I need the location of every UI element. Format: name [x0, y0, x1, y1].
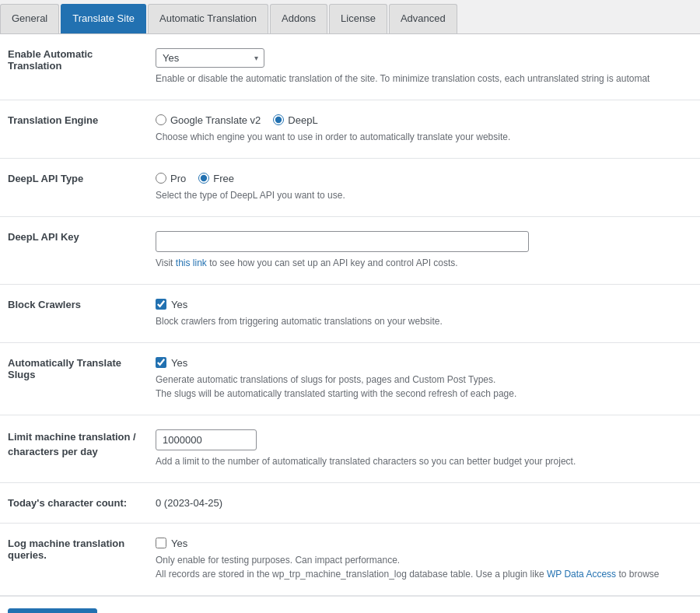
- tab-translate-site[interactable]: Translate Site: [61, 4, 146, 33]
- help-block-crawlers: Block crawlers from triggering automatic…: [156, 314, 692, 328]
- help-log-line2: All records are stored in the wp_trp_mac…: [156, 567, 692, 581]
- tab-addons[interactable]: Addons: [270, 4, 327, 33]
- tab-automatic-translation[interactable]: Automatic Translation: [148, 4, 268, 33]
- row-translation-engine: Translation Engine Google Translate v2 D…: [0, 100, 700, 158]
- checkbox-option-log-translation[interactable]: Yes: [156, 538, 692, 549]
- help-deepl-api-key-suffix: to see how you can set up an API key and…: [207, 257, 458, 268]
- row-auto-translate-slugs: Automatically Translate Slugs Yes Genera…: [0, 342, 700, 415]
- help-deepl-api-type: Select the type of DeepL API you want to…: [156, 188, 692, 202]
- radio-deepl[interactable]: [273, 114, 284, 125]
- settings-page: General Translate Site Automatic Transla…: [0, 0, 700, 613]
- settings-content: Enable Automatic Translation Yes No ▾ En…: [0, 34, 700, 596]
- help-deepl-api-key: Visit this link to see how you can set u…: [156, 256, 692, 270]
- row-log-translation-queries: Log machine translation queries. Yes Onl…: [0, 523, 700, 595]
- control-deepl-api-type: Pro Free Select the type of DeepL API yo…: [156, 158, 700, 216]
- radio-pro[interactable]: [156, 173, 166, 184]
- radio-google-label: Google Translate v2: [170, 114, 261, 126]
- radio-free[interactable]: [198, 173, 209, 184]
- block-crawlers-checkbox[interactable]: [156, 299, 166, 310]
- tab-general[interactable]: General: [0, 4, 59, 33]
- radio-option-google[interactable]: Google Translate v2: [156, 114, 261, 126]
- tab-advanced[interactable]: Advanced: [389, 4, 457, 33]
- radio-option-free[interactable]: Free: [198, 173, 234, 184]
- help-deepl-api-key-link[interactable]: this link: [176, 257, 207, 268]
- help-log-line1: Only enable for testing purposes. Can im…: [156, 553, 692, 567]
- control-block-crawlers: Yes Block crawlers from triggering autom…: [156, 284, 700, 342]
- select-wrap-enable: Yes No ▾: [156, 48, 264, 68]
- help-translation-engine: Choose which engine you want to use in o…: [156, 130, 692, 144]
- label-limit-machine-translation: Limit machine translation / characters p…: [0, 415, 156, 482]
- help-limit-machine-translation: Add a limit to the number of automatical…: [156, 454, 692, 468]
- row-limit-machine-translation: Limit machine translation / characters p…: [0, 415, 700, 482]
- help-log-line2-suffix: to browse: [616, 569, 659, 580]
- auto-translate-slugs-checkbox[interactable]: [156, 357, 166, 368]
- help-auto-translate-slugs: Generate automatic translations of slugs…: [156, 373, 692, 401]
- row-block-crawlers: Block Crawlers Yes Block crawlers from t…: [0, 284, 700, 342]
- radio-pro-label: Pro: [170, 173, 186, 184]
- checkbox-option-block-crawlers[interactable]: Yes: [156, 299, 692, 310]
- control-enable-auto-translation: Yes No ▾ Enable or disable the automatic…: [156, 34, 700, 100]
- label-log-translation-queries: Log machine translation queries.: [0, 523, 156, 595]
- deepl-api-type-radio-group: Pro Free: [156, 173, 692, 184]
- control-auto-translate-slugs: Yes Generate automatic translations of s…: [156, 342, 700, 415]
- control-log-translation-queries: Yes Only enable for testing purposes. Ca…: [156, 523, 700, 595]
- label-block-crawlers: Block Crawlers: [0, 284, 156, 342]
- label-todays-character-count: Today's character count:: [0, 482, 156, 523]
- auto-translate-slugs-checkbox-label: Yes: [171, 357, 187, 369]
- label-deepl-api-key: DeepL API Key: [0, 216, 156, 284]
- control-limit-machine-translation: Add a limit to the number of automatical…: [156, 415, 700, 482]
- row-todays-character-count: Today's character count: 0 (2023-04-25): [0, 482, 700, 523]
- label-enable-auto-translation: Enable Automatic Translation: [0, 34, 156, 100]
- checkbox-option-auto-translate-slugs[interactable]: Yes: [156, 357, 692, 369]
- label-translation-engine: Translation Engine: [0, 100, 156, 158]
- help-log-line2-prefix: All records are stored in the wp_trp_mac…: [156, 569, 547, 580]
- radio-free-label: Free: [213, 173, 234, 184]
- control-deepl-api-key: Visit this link to see how you can set u…: [156, 216, 700, 284]
- radio-option-deepl[interactable]: DeepL: [273, 114, 317, 126]
- help-enable-auto-translation: Enable or disable the automatic translat…: [156, 72, 692, 86]
- save-area: Save Changes: [0, 596, 700, 613]
- log-translation-queries-checkbox[interactable]: [156, 538, 166, 548]
- help-auto-translate-slugs-line1: Generate automatic translations of slugs…: [156, 373, 692, 387]
- translation-engine-radio-group: Google Translate v2 DeepL: [156, 114, 692, 126]
- label-auto-translate-slugs: Automatically Translate Slugs: [0, 342, 156, 415]
- save-changes-button[interactable]: Save Changes: [8, 608, 97, 613]
- settings-table: Enable Automatic Translation Yes No ▾ En…: [0, 34, 700, 596]
- control-translation-engine: Google Translate v2 DeepL Choose which e…: [156, 100, 700, 158]
- tabs-bar: General Translate Site Automatic Transla…: [0, 0, 700, 34]
- radio-option-pro[interactable]: Pro: [156, 173, 186, 184]
- deepl-api-key-input[interactable]: [156, 231, 529, 252]
- help-log-wp-data-access-link[interactable]: WP Data Access: [547, 569, 616, 580]
- enable-auto-translation-select[interactable]: Yes No: [156, 48, 264, 68]
- help-deepl-api-key-prefix: Visit: [156, 257, 176, 268]
- radio-google[interactable]: [156, 114, 166, 125]
- limit-machine-translation-input[interactable]: [156, 429, 257, 450]
- log-translation-queries-checkbox-label: Yes: [171, 538, 187, 549]
- radio-deepl-label: DeepL: [288, 114, 317, 126]
- tab-license[interactable]: License: [329, 4, 387, 33]
- value-todays-character-count: 0 (2023-04-25): [156, 482, 700, 523]
- row-deepl-api-key: DeepL API Key Visit this link to see how…: [0, 216, 700, 284]
- row-deepl-api-type: DeepL API Type Pro Free S: [0, 158, 700, 216]
- label-deepl-api-type: DeepL API Type: [0, 158, 156, 216]
- help-log-translation-queries: Only enable for testing purposes. Can im…: [156, 553, 692, 581]
- block-crawlers-checkbox-label: Yes: [171, 299, 187, 310]
- help-auto-translate-slugs-line2: The slugs will be automatically translat…: [156, 387, 692, 401]
- row-enable-auto-translation: Enable Automatic Translation Yes No ▾ En…: [0, 34, 700, 100]
